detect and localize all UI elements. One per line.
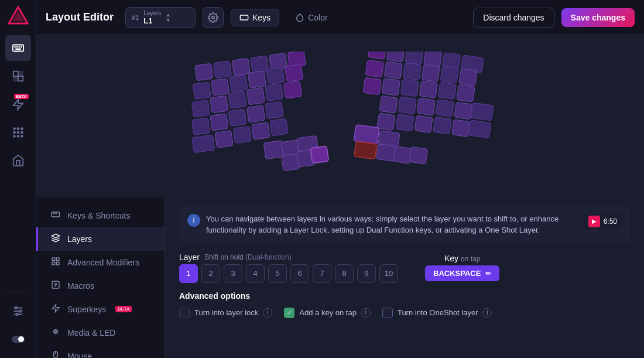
info-text: You can navigate between layers in vario… (206, 213, 578, 236)
mouse-icon (50, 350, 61, 359)
sidebar-item-beta[interactable]: BETA (5, 91, 31, 117)
nav-item-superkeys[interactable]: Superkeys BETA (36, 298, 165, 321)
svg-point-17 (17, 132, 19, 134)
svg-rect-55 (192, 135, 215, 153)
svg-rect-110 (52, 262, 55, 265)
svg-rect-72 (365, 60, 383, 77)
svg-rect-10 (13, 76, 18, 81)
svg-point-29 (18, 336, 24, 342)
layer-num-5[interactable]: 5 (268, 264, 287, 283)
svg-rect-31 (240, 15, 248, 20)
nav-item-layers[interactable]: Layers (36, 227, 165, 251)
svg-marker-115 (52, 304, 59, 312)
info-banner: i You can navigate between layers in var… (179, 206, 630, 243)
sidebar-item-layers[interactable] (5, 63, 31, 89)
tab-color[interactable]: Color (286, 9, 336, 26)
svg-rect-51 (210, 113, 228, 131)
svg-rect-56 (215, 130, 233, 148)
svg-rect-94 (452, 120, 470, 137)
layer-num-1[interactable]: 1 (179, 264, 198, 283)
svg-rect-74 (403, 63, 421, 80)
sidebar-item-keyboard[interactable] (5, 35, 31, 61)
play-button[interactable]: ▶ (588, 216, 600, 227)
svg-rect-44 (191, 100, 210, 117)
nav-item-media[interactable]: Media & LED (36, 321, 165, 345)
nav-label-advanced: Advanced Modifiers (67, 258, 139, 267)
nav-item-advanced[interactable]: Advanced Modifiers (36, 251, 165, 274)
svg-rect-91 (396, 114, 414, 131)
sidebar-item-toggle[interactable] (5, 326, 31, 352)
svg-point-19 (13, 135, 15, 137)
svg-rect-45 (210, 96, 228, 113)
svg-rect-68 (405, 52, 423, 64)
svg-rect-92 (415, 115, 433, 133)
svg-rect-49 (283, 81, 302, 98)
gear-button[interactable] (203, 7, 224, 28)
save-button[interactable]: Save changes (561, 8, 635, 27)
key-value-button[interactable]: BACKSPACE ✏ (425, 265, 499, 281)
superkeys-beta: BETA (115, 306, 132, 312)
layer-arrows[interactable]: ▲▼ (166, 12, 170, 23)
svg-rect-58 (252, 122, 270, 139)
layer-num-7[interactable]: 7 (313, 264, 331, 283)
layer-num-8[interactable]: 8 (335, 264, 354, 283)
layers-nav-icon (50, 233, 61, 245)
svg-point-13 (13, 128, 15, 129)
svg-rect-52 (228, 109, 246, 127)
layer-num-6[interactable]: 6 (290, 264, 309, 283)
svg-rect-100 (393, 146, 412, 163)
checkbox-layer-lock[interactable] (179, 308, 190, 318)
svg-point-16 (13, 132, 15, 134)
info-add-key[interactable]: i (361, 308, 371, 318)
svg-rect-32 (195, 63, 213, 81)
svg-rect-78 (363, 77, 381, 95)
video-badge[interactable]: ▶ 6:50 (584, 213, 622, 230)
checkbox-add-key[interactable]: ✓ (284, 308, 294, 318)
svg-rect-60 (263, 140, 285, 159)
svg-point-14 (17, 128, 19, 129)
layer-num-10[interactable]: 10 (379, 264, 398, 283)
svg-rect-11 (18, 76, 23, 81)
left-nav: Keys & Shortcuts Layers (36, 197, 165, 359)
advanced-title: Advanced options (179, 291, 630, 301)
layer-num-2[interactable]: 2 (201, 264, 220, 283)
svg-rect-40 (229, 74, 248, 92)
option-layer-lock: Turn into layer lock i (179, 308, 272, 318)
sidebar-item-sliders[interactable] (5, 298, 31, 324)
nav-item-mouse[interactable]: Mouse (36, 345, 165, 359)
svg-rect-93 (433, 117, 451, 134)
svg-marker-106 (52, 234, 59, 238)
layer-num-4[interactable]: 4 (246, 264, 265, 283)
svg-rect-2 (12, 45, 23, 52)
layer-selector[interactable]: #1 Layers L1 ▲▼ (125, 7, 196, 28)
layer-num-9[interactable]: 9 (357, 264, 376, 283)
svg-rect-54 (265, 101, 283, 119)
svg-rect-108 (56, 258, 59, 261)
svg-rect-77 (459, 69, 477, 86)
sidebar-item-home[interactable] (5, 148, 31, 173)
svg-rect-57 (233, 126, 251, 144)
nav-item-macros[interactable]: Macros (36, 274, 165, 298)
layer-num-3[interactable]: 3 (224, 264, 242, 283)
svg-point-116 (54, 329, 58, 333)
nav-item-keys-shortcuts[interactable]: Keys & Shortcuts (36, 204, 165, 227)
info-oneshot[interactable]: i (482, 308, 492, 318)
macros-icon (50, 280, 61, 292)
header: Layout Editor #1 Layers L1 ▲▼ Keys (36, 0, 644, 35)
superkeys-icon (50, 304, 61, 315)
keyboard-area (36, 35, 644, 197)
checkbox-oneshot[interactable] (382, 308, 393, 318)
svg-point-25 (15, 307, 17, 309)
svg-rect-87 (436, 100, 454, 117)
svg-rect-59 (270, 118, 288, 136)
nav-label-keys: Keys & Shortcuts (67, 211, 130, 220)
tab-keys[interactable]: Keys (231, 9, 279, 26)
discard-button[interactable]: Discard changes (473, 8, 554, 28)
sidebar-item-grid[interactable] (5, 120, 31, 145)
info-layer-lock[interactable]: i (263, 308, 272, 318)
svg-point-21 (21, 135, 23, 137)
svg-rect-67 (386, 52, 405, 62)
beta-badge: BETA (14, 94, 29, 99)
svg-rect-89 (471, 103, 494, 121)
layers-label: Layers (143, 10, 161, 16)
